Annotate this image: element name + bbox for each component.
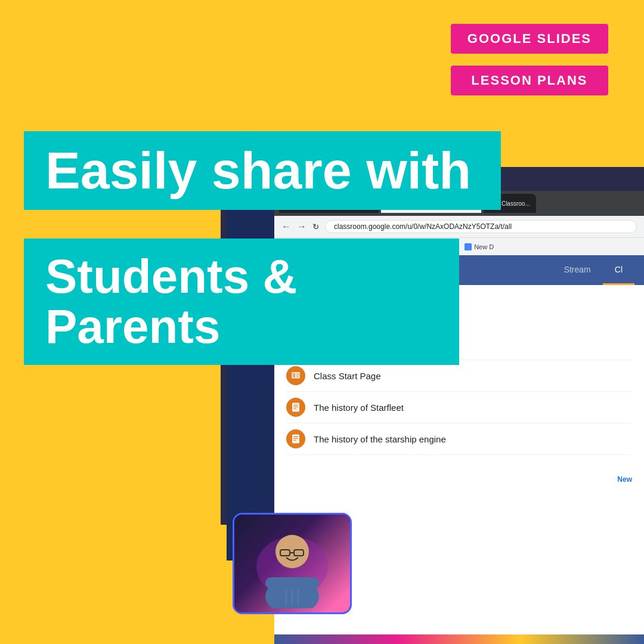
banner-line1: Easily share with <box>45 143 479 198</box>
address-bar-row: ← → ↻ classroom.google.com/u/0/w/NzAxODA… <box>274 216 644 237</box>
assignment-icon-2 <box>286 366 305 385</box>
back-button[interactable]: ← <box>281 221 291 232</box>
banner-line2: Students & Parents <box>45 252 438 352</box>
address-input[interactable]: classroom.google.com/u/0/w/NzAxODAzNzY5O… <box>325 220 637 233</box>
svg-rect-17 <box>296 373 299 378</box>
assignment-icon-4 <box>286 429 305 448</box>
tab-classroo-label: Classroo... <box>501 200 530 207</box>
tab-stream[interactable]: Stream <box>552 255 603 285</box>
classroom-tabs: Stream Cl <box>552 255 634 285</box>
banner-top: Easily share with <box>24 131 501 210</box>
svg-rect-35 <box>265 577 319 589</box>
svg-rect-18 <box>292 403 299 412</box>
webcam-overlay <box>233 513 352 614</box>
webcam-inner <box>234 515 350 612</box>
tab-classwork[interactable]: Cl <box>603 255 634 285</box>
bookmark-newd[interactable]: New D <box>461 242 497 252</box>
forward-button[interactable]: → <box>297 221 306 232</box>
new-badge: New <box>617 475 632 484</box>
assignment-title-3: The history of Starfleet <box>314 402 404 413</box>
reload-button[interactable]: ↻ <box>312 222 319 231</box>
google-slides-tag: GOOGLE SLIDES <box>451 24 608 54</box>
svg-rect-22 <box>292 435 299 444</box>
banner-bottom: Students & Parents <box>24 239 459 365</box>
tag-container: GOOGLE SLIDES LESSON PLANS <box>451 24 608 95</box>
assignment-item-3[interactable]: The history of Starfleet <box>286 392 632 423</box>
assignment-icon-3 <box>286 398 305 417</box>
assignment-title-4: The history of the starship engine <box>314 434 446 444</box>
color-bar <box>274 634 644 644</box>
assignment-title-2: Class Start Page <box>314 371 381 381</box>
person-silhouette <box>242 519 343 608</box>
svg-rect-10 <box>465 243 472 250</box>
svg-rect-16 <box>293 373 296 378</box>
assignment-item-4[interactable]: The history of the starship engine <box>286 423 632 455</box>
lesson-plans-tag: LESSON PLANS <box>451 66 608 95</box>
